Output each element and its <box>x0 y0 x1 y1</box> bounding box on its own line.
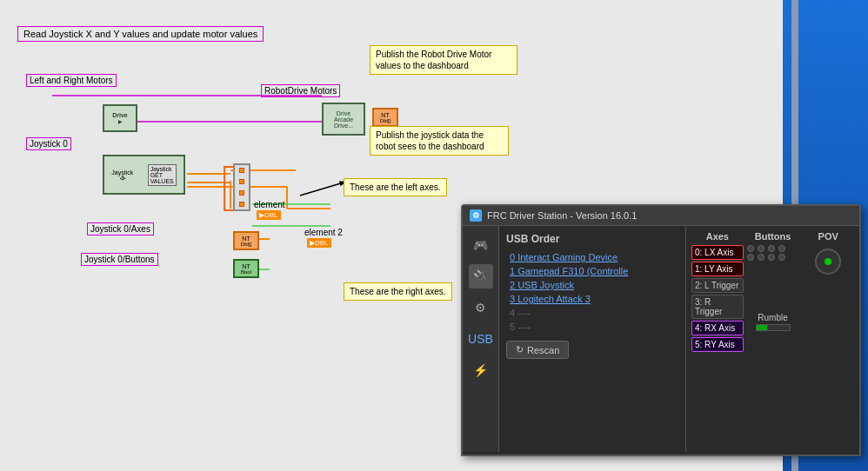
frc-titlebar: ⚙ FRC Driver Station - Version 16.0.1 <box>463 206 859 226</box>
frc-driver-station-window: ⚙ FRC Driver Station - Version 16.0.1 🎮 … <box>461 204 861 456</box>
frc-axes-panel: Axes 0: LX Axis 1: LY Axis 2: L Trigger … <box>685 226 859 452</box>
title-note: Read Joystick X and Y values and update … <box>17 26 264 42</box>
usb-device-1[interactable]: 1 Gamepad F310 (Controlle <box>506 264 678 278</box>
rumble-label: Rumble <box>747 313 799 322</box>
robotdrive-motors-label: RobotDrive Motors <box>261 84 340 97</box>
publish-joystick-annotation: Publish the joystick data the robot sees… <box>370 126 509 156</box>
rescan-icon: ↻ <box>516 344 524 355</box>
rescan-label: Rescan <box>527 345 559 355</box>
usb-device-3[interactable]: 3 Logitech Attack 3 <box>506 292 678 306</box>
left-axes-annotation: These are the left axes. <box>344 178 447 196</box>
axis-0: 0: LX Axis <box>691 245 744 260</box>
usb-device-0[interactable]: 0 Interact Gaming Device <box>506 250 678 264</box>
frc-icon-lightning[interactable]: ⚡ <box>469 358 493 382</box>
frc-sidebar: 🎮 🔌 ⚙ USB ⚡ <box>463 226 499 452</box>
usb-order-header: USB Order <box>506 233 678 245</box>
svg-line-11 <box>300 182 344 196</box>
rescan-button[interactable]: ↻ Rescan <box>506 341 569 359</box>
left-right-motors-label: Left and Right Motors <box>26 74 117 87</box>
joystick0-label: Joystick 0 <box>26 137 71 150</box>
element-label: element <box>254 200 285 209</box>
nt-dbl-block-top: NT Dbl[] <box>372 108 398 127</box>
pov-header: POV <box>802 231 854 242</box>
axis-3: 3: R Trigger <box>691 295 744 319</box>
axes-header: Axes <box>691 231 744 242</box>
drive-block-right: Drive Arcade Drive... <box>322 103 365 136</box>
frc-icon-gamepad[interactable]: 🎮 <box>469 233 493 257</box>
frc-icon-usb2[interactable]: USB <box>469 327 493 351</box>
usb-device-4: 4 ---- <box>506 306 678 320</box>
usb-device-list: 0 Interact Gaming Device 1 Gamepad F310 … <box>506 250 678 334</box>
frc-title: FRC Driver Station - Version 16.0.1 <box>487 210 852 221</box>
publish-motor-annotation: Publish the Robot Drive Motor values to … <box>370 45 517 75</box>
drive-block-left: Drive ▶ <box>103 104 137 132</box>
usb-device-2[interactable]: 2 USB Joystick <box>506 278 678 292</box>
frc-icon-usb[interactable]: 🔌 <box>469 264 493 289</box>
right-axes-annotation: These are the right axes. <box>344 282 452 301</box>
array-index-block1 <box>233 163 250 211</box>
joystick-block: Jaystick 🕹 Jaystick GET VALUES <box>103 155 185 195</box>
buttons-column: Buttons Rumble <box>747 231 799 354</box>
axis-1: 1: LY Axis <box>691 262 744 276</box>
element2-dbl-tag: ▶DBL <box>307 238 331 248</box>
axis-2: 2: L Trigger <box>691 278 744 293</box>
frc-main-content: USB Order 0 Interact Gaming Device 1 Gam… <box>499 226 685 452</box>
axes-column: Axes 0: LX Axis 1: LY Axis 2: L Trigger … <box>691 231 744 354</box>
axis-5: 5: RY Axis <box>691 337 744 352</box>
element-dbl-tag: ▶DBL <box>257 210 281 220</box>
pov-column: POV <box>802 231 854 354</box>
pov-indicator <box>825 258 831 265</box>
buttons-header: Buttons <box>747 231 799 242</box>
joystick0-buttons-label: Joystick 0/Buttons <box>81 253 158 266</box>
nt-dbl-block-axes: NT Dbl[] <box>233 231 259 250</box>
rumble-bar <box>756 324 791 331</box>
frc-icon-settings[interactable]: ⚙ <box>469 295 493 320</box>
axis-4: 4: RX Axis <box>691 321 744 335</box>
nt-bool-block-buttons: NT Bool <box>233 259 259 278</box>
usb-device-5: 5 ---- <box>506 320 678 334</box>
frc-window-icon: ⚙ <box>470 209 482 222</box>
element2-label: element 2 <box>304 228 343 237</box>
joystick0-axes-label: Joystick 0/Axes <box>87 222 154 236</box>
